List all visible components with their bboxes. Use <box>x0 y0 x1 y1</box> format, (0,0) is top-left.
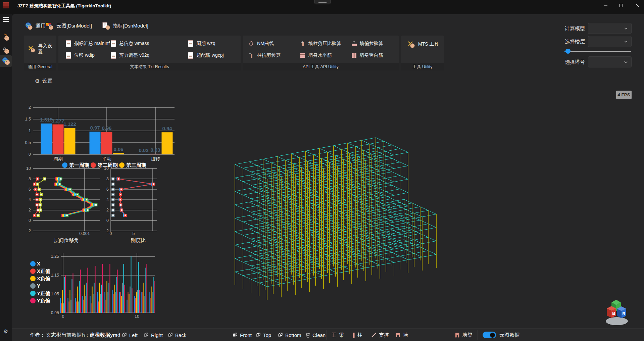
stiffness-line-chart: -2024681005刚度比 <box>101 166 159 247</box>
svg-text:0.06: 0.06 <box>113 146 123 152</box>
sidebar-item-pick-tool[interactable] <box>2 33 10 42</box>
menu-button[interactable] <box>3 16 9 23</box>
svg-text:0: 0 <box>29 218 31 223</box>
divider <box>478 330 478 340</box>
tab-cloudmap-dsnmodel[interactable]: 云图[DsnModel] <box>46 21 92 31</box>
view-back-button[interactable]: Back <box>168 329 186 341</box>
select-floor-label: 选择楼层 <box>565 39 585 45</box>
svg-text:1: 1 <box>29 129 31 133</box>
model-3d-viewport[interactable] <box>158 76 560 326</box>
svg-text:1.315: 1.315 <box>40 117 53 123</box>
svg-text:4: 4 <box>106 197 109 202</box>
sidebar-settings-gear-icon[interactable]: ⚙ <box>3 329 8 334</box>
wrench-mascot-icon <box>28 45 35 53</box>
view-top-button[interactable]: Top <box>256 329 271 341</box>
drag-handle[interactable] <box>314 0 331 4</box>
calc-model-dropdown[interactable] <box>588 23 632 34</box>
svg-text:0.95: 0.95 <box>51 310 59 315</box>
group-label-general: 通用 General <box>24 63 56 70</box>
maximize-button[interactable] <box>616 1 626 9</box>
cloudmap-icon <box>46 22 54 30</box>
tools-mascot-icon <box>2 46 10 54</box>
sidebar-item-general[interactable] <box>2 57 10 65</box>
svg-text:X负偏: X负偏 <box>37 276 50 281</box>
column-icon <box>248 52 254 58</box>
ribbon-group-utility: MTS 工具 工具 Utility <box>401 36 444 70</box>
wall-vertical-rebar-button[interactable]: 墙身竖向筋 <box>351 49 399 61</box>
svg-text:1.122: 1.122 <box>63 121 76 127</box>
wall-column-shear-ratio-button[interactable]: 墙柱剪压比验算 <box>300 38 351 49</box>
left-sidebar: ⚙ <box>0 14 12 341</box>
document-check-icon <box>188 52 193 59</box>
select-floor-dropdown[interactable] <box>588 36 632 47</box>
floor-slider-track[interactable] <box>564 51 631 52</box>
svg-text:0.5: 0.5 <box>25 140 31 145</box>
document-icon <box>111 40 116 47</box>
clean-button[interactable]: Clean <box>306 329 326 341</box>
brand-cube-logo: B R <box>604 297 631 327</box>
svg-text:-2: -2 <box>105 229 109 233</box>
globe-mascot-icon <box>25 22 33 30</box>
toggle-brace-button[interactable]: 支撑 <box>371 329 389 341</box>
minimize-button[interactable] <box>601 1 611 9</box>
toggle-beam-button[interactable]: 梁 <box>331 329 344 341</box>
vertical-rebar-icon <box>351 52 357 58</box>
chevron-down-icon <box>624 28 628 30</box>
mts-tools-button[interactable]: MTS 工具 <box>407 38 439 50</box>
total-info-wmass-button[interactable]: 总信息 wmass <box>111 38 188 49</box>
blue-cube: R <box>617 306 626 318</box>
svg-text:1.15: 1.15 <box>51 273 59 278</box>
svg-text:2: 2 <box>29 208 31 212</box>
svg-text:10: 10 <box>104 166 109 171</box>
cloudmap-data-toggle[interactable] <box>483 332 496 338</box>
over-reinforcement-wgcpj-button[interactable]: 超配筋 wgcpj <box>188 49 241 61</box>
app-logo-icon <box>3 2 9 8</box>
brace-icon <box>371 332 377 338</box>
svg-text:0: 0 <box>106 218 109 223</box>
wall-horizontal-rebar-button[interactable]: 墙身水平筋 <box>300 49 351 61</box>
svg-text:6: 6 <box>106 187 109 192</box>
toggle-knob <box>490 333 495 338</box>
document-icon <box>66 52 71 59</box>
svg-text:0.96: 0.96 <box>102 125 111 131</box>
svg-text:周期: 周期 <box>53 156 63 161</box>
settings-button[interactable]: ⚙ 设置 <box>35 78 52 84</box>
title-bar: JZFZ 建筑结构数智化工具集 (TigerkinToolkit) <box>0 0 644 14</box>
horizontal-rebar-icon <box>300 52 305 58</box>
nm-curve-button[interactable]: NM曲线 <box>248 38 300 49</box>
svg-text:0.02: 0.02 <box>139 147 148 153</box>
column-shear-check-button[interactable]: 柱抗剪验算 <box>248 49 300 61</box>
trash-icon <box>306 333 310 338</box>
cloudmap-data-toggle-label: 云图数据 <box>499 329 519 341</box>
view-bottom-button[interactable]: Bottom <box>278 329 301 341</box>
metrics-summary-maininf-button[interactable]: 指标汇总 mainInf <box>66 38 111 49</box>
toggle-wall-beam-button[interactable]: 墙梁 <box>454 329 473 341</box>
svg-text:5: 5 <box>133 231 135 236</box>
floor-slider-thumb[interactable] <box>565 49 571 54</box>
svg-text:10: 10 <box>26 166 31 171</box>
close-icon <box>635 3 639 7</box>
group-label-api-utility: API 工具 API Utility <box>243 63 399 70</box>
view-right-button[interactable]: Right <box>144 329 163 341</box>
import-settings-button[interactable]: 导入设置 <box>28 43 56 55</box>
toggle-column-button[interactable]: 柱 <box>352 329 362 341</box>
select-tower-dropdown[interactable] <box>588 56 632 67</box>
svg-text:8: 8 <box>29 177 31 181</box>
close-button[interactable] <box>632 1 642 9</box>
toggle-wall-button[interactable]: 墙 <box>395 329 408 341</box>
svg-text:刚度比: 刚度比 <box>131 237 146 243</box>
wall-tension-check-button[interactable]: 墙偏拉验算 <box>351 38 399 49</box>
cube-icon <box>144 333 149 337</box>
svg-text:1.05: 1.05 <box>51 292 59 296</box>
svg-text:4: 4 <box>29 197 31 202</box>
fps-badge: 4 FPS <box>616 91 632 99</box>
sidebar-item-tools[interactable] <box>2 46 10 54</box>
view-front-button[interactable]: Front <box>233 329 252 341</box>
shear-adjust-v02q-button[interactable]: 剪力调整 v02q <box>111 49 188 61</box>
displacement-wdip-button[interactable]: 位移 wdip <box>66 49 111 61</box>
view-left-button[interactable]: Left <box>122 329 138 341</box>
tab-general[interactable]: 通用 <box>25 21 46 31</box>
tab-metrics-dsnmodel[interactable]: 指标[DsnModel] <box>102 21 148 31</box>
calc-model-label: 计算模型 <box>565 26 585 32</box>
period-wzq-button[interactable]: 周期 wzq <box>188 38 241 49</box>
